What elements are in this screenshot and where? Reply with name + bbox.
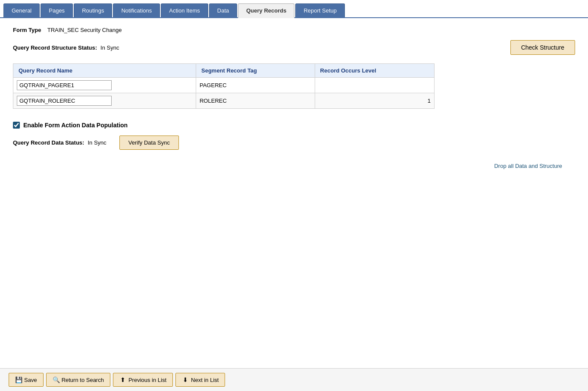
tab-bar: General Pages Routings Notifications Act… (0, 0, 588, 18)
row2-name-input[interactable] (17, 96, 112, 106)
col-header-record-occurs-level: Record Occurs Level (315, 64, 434, 78)
main-content: Form Type TRAIN_SEC Security Change Quer… (0, 18, 588, 221)
form-type-label: Form Type (13, 27, 41, 33)
row2-level-cell: 1 (315, 93, 434, 109)
drop-link-row: Drop all Data and Structure (13, 163, 575, 169)
row2-name-cell (13, 93, 196, 109)
row1-name-input[interactable] (17, 80, 112, 90)
data-status-label: Query Record Data Status: (13, 139, 84, 146)
records-table: Query Record Name Segment Record Tag Rec… (13, 63, 435, 109)
tab-action-items[interactable]: Action Items (161, 3, 208, 17)
data-status-row: Query Record Data Status: In Sync Verify… (13, 136, 575, 150)
enable-form-action-checkbox[interactable] (13, 122, 20, 129)
tab-routings[interactable]: Routings (74, 3, 112, 17)
enable-checkbox-section: Enable Form Action Data Population (13, 122, 575, 129)
table-row: ROLEREC 1 (13, 93, 435, 109)
table-row: PAGEREC (13, 78, 435, 93)
tab-query-records[interactable]: Query Records (238, 3, 294, 18)
enable-checkbox-label: Enable Form Action Data Population (23, 122, 128, 129)
check-structure-button[interactable]: Check Structure (510, 40, 575, 55)
drop-all-data-link[interactable]: Drop all Data and Structure (494, 163, 562, 169)
tab-data[interactable]: Data (209, 3, 237, 17)
structure-status-label: Query Record Structure Status: (13, 44, 97, 51)
data-status-value: In Sync (88, 139, 106, 146)
tab-pages[interactable]: Pages (41, 3, 73, 17)
row1-tag-cell: PAGEREC (196, 78, 315, 93)
col-header-query-record-name: Query Record Name (13, 64, 196, 78)
tab-general[interactable]: General (3, 3, 40, 17)
row1-level-cell (315, 78, 434, 93)
form-type-row: Form Type TRAIN_SEC Security Change (13, 27, 575, 33)
form-type-value: TRAIN_SEC Security Change (47, 27, 122, 33)
verify-data-sync-button[interactable]: Verify Data Sync (119, 136, 179, 150)
row1-name-cell (13, 78, 196, 93)
col-header-segment-record-tag: Segment Record Tag (196, 64, 315, 78)
tab-report-setup[interactable]: Report Setup (295, 3, 345, 17)
structure-status-value: In Sync (100, 44, 119, 51)
structure-status-row: Query Record Structure Status: In Sync C… (13, 40, 575, 55)
row2-tag-cell: ROLEREC (196, 93, 315, 109)
tab-notifications[interactable]: Notifications (113, 3, 160, 17)
